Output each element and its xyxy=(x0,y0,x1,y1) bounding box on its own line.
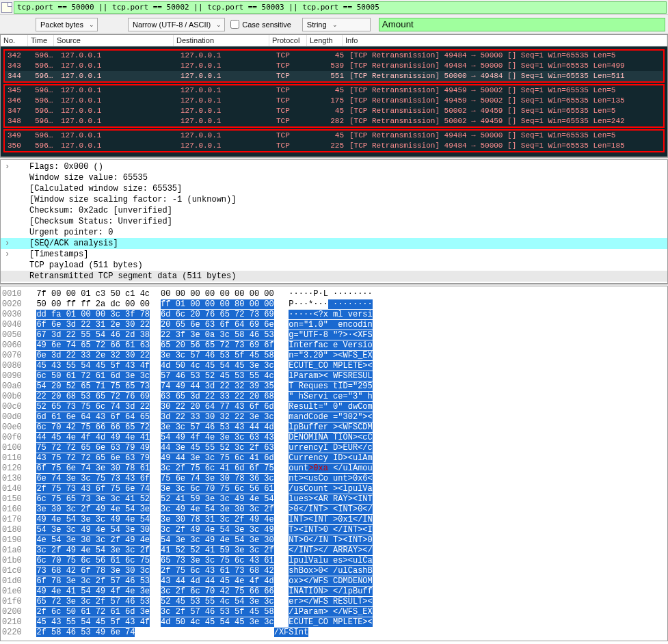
hex-row[interactable]: 01e0 49 4e 41 54 49 4f 4e 3e3c 2f 6c 70 … xyxy=(2,587,666,597)
packet-bytes-hex: 0010 7f 00 00 01 c3 50 c1 4c00 00 00 00 … xyxy=(0,286,668,641)
packet-row[interactable]: 346596…127.0.0.1127.0.0.1TCP175[TCP Retr… xyxy=(5,96,663,106)
filter-toolbar xyxy=(0,0,668,15)
hex-row[interactable]: 0120 6f 75 6e 74 3e 30 78 613c 2f 75 6c … xyxy=(2,464,666,474)
hex-row[interactable]: 0020 50 00 ff ff 2a dc 00 00ff 01 00 00 … xyxy=(2,299,666,310)
packet-row[interactable]: 347596…127.0.0.1127.0.0.1TCP45[TCP Retra… xyxy=(5,106,663,116)
find-toolbar: Packet bytes⌄ Narrow (UTF-8 / ASCII)⌄ Ca… xyxy=(0,15,668,34)
hex-row[interactable]: 00d0 6d 61 6e 64 43 6f 64 653d 22 33 30 … xyxy=(2,412,666,422)
tree-item[interactable]: [Checksum Status: Unverified] xyxy=(1,216,667,227)
hex-row[interactable]: 0130 6e 74 3e 3c 75 73 43 6f75 6e 74 3e … xyxy=(2,474,666,484)
search-in-combo[interactable]: Packet bytes⌄ xyxy=(36,18,98,31)
hex-row[interactable]: 0050 67 3d 22 55 54 46 2d 3822 3f 3e 0a … xyxy=(2,330,666,340)
hex-row[interactable]: 0090 6c 50 61 72 61 6d 3e 3c57 46 53 52 … xyxy=(2,371,666,381)
hex-row[interactable]: 0010 7f 00 00 01 c3 50 c1 4c00 00 00 00 … xyxy=(2,289,666,299)
hex-row[interactable]: 01f0 65 72 3e 3c 2f 57 46 5352 45 53 55 … xyxy=(2,597,666,607)
hex-row[interactable]: 0150 6c 75 65 73 3e 3c 41 5252 41 59 3e … xyxy=(2,494,666,505)
hex-row[interactable]: 0110 43 75 72 72 65 6e 63 7949 44 3e 3c … xyxy=(2,453,666,464)
packet-row[interactable]: 345596…127.0.0.1127.0.0.1TCP45[TCP Retra… xyxy=(5,85,663,96)
display-filter-input[interactable] xyxy=(14,1,667,14)
packet-row[interactable]: 343596…127.0.0.1127.0.0.1TCP539[TCP Retr… xyxy=(5,61,663,71)
hex-row[interactable]: 00f0 44 45 4e 4f 4d 49 4e 4154 49 4f 4e … xyxy=(2,433,666,443)
tree-item[interactable]: ›Flags: 0x000 () xyxy=(1,161,667,172)
hex-row[interactable]: 0140 2f 75 73 43 6f 75 6e 743e 3c 6c 70 … xyxy=(2,484,666,494)
col-proto[interactable]: Protocol xyxy=(269,35,307,46)
packet-details-tree: ›Flags: 0x000 ()Window size value: 65535… xyxy=(0,160,668,284)
hex-row[interactable]: 00e0 6c 70 42 75 66 66 65 723e 3c 57 46 … xyxy=(2,422,666,433)
hex-row[interactable]: 0030 dd fa 01 00 00 3c 3f 786d 6c 20 76 … xyxy=(2,310,666,320)
encoding-combo[interactable]: Narrow (UTF-8 / ASCII)⌄ xyxy=(128,18,225,31)
hex-row[interactable]: 0060 49 6e 74 65 72 66 61 6365 20 56 65 … xyxy=(2,340,666,351)
packet-list: No. Time Source Destination Protocol Len… xyxy=(0,34,668,157)
tree-item[interactable]: [Window size scaling factor: -1 (unknown… xyxy=(1,194,667,205)
packet-row[interactable]: 349596…127.0.0.1127.0.0.1TCP45[TCP Retra… xyxy=(5,131,663,141)
chevron-down-icon: ⌄ xyxy=(216,21,222,28)
hex-row[interactable]: 0040 6f 6e 3d 22 31 2e 30 2220 65 6e 63 … xyxy=(2,320,666,330)
tree-item[interactable]: Checksum: 0x2adc [unverified] xyxy=(1,205,667,216)
hex-row[interactable]: 01b0 6c 70 75 6c 56 61 6c 7565 73 3e 3c … xyxy=(2,556,666,566)
col-time[interactable]: Time xyxy=(28,35,54,46)
tree-item[interactable]: [Calculated window size: 65535] xyxy=(1,183,667,194)
hex-row[interactable]: 01d0 6f 78 3e 3c 2f 57 46 5343 44 4d 44 … xyxy=(2,576,666,587)
hex-row[interactable]: 0200 2f 6c 50 61 72 61 6d 3e3c 2f 57 46 … xyxy=(2,607,666,617)
expand-icon[interactable]: › xyxy=(5,162,14,172)
packet-row[interactable]: 342596…127.0.0.1127.0.0.1TCP45[TCP Retra… xyxy=(5,51,663,61)
hex-row[interactable]: 00a0 54 20 52 65 71 75 65 7374 49 44 3d … xyxy=(2,381,666,392)
packet-row[interactable]: 344596…127.0.0.1127.0.0.1TCP551[TCP Retr… xyxy=(5,71,663,81)
hex-row[interactable]: 01a0 3c 2f 49 4e 54 3e 3c 2f41 52 52 41 … xyxy=(2,546,666,556)
packet-row[interactable]: 350596…127.0.0.1127.0.0.1TCP225[TCP Retr… xyxy=(5,141,663,151)
hex-row[interactable]: 00b0 22 20 68 53 65 72 76 6963 65 3d 22 … xyxy=(2,392,666,402)
tree-item[interactable]: ›[Timestamps] xyxy=(1,249,667,260)
hex-row[interactable]: 01c0 73 68 42 6f 78 3e 30 3c2f 75 6c 43 … xyxy=(2,566,666,576)
expand-icon[interactable]: › xyxy=(5,239,14,248)
hex-row[interactable]: 0070 6e 3d 22 33 2e 32 30 223e 3c 57 46 … xyxy=(2,351,666,361)
hex-row[interactable]: 0170 49 4e 54 3e 3c 49 4e 543e 30 78 31 … xyxy=(2,515,666,525)
bookmark-icon[interactable] xyxy=(1,2,12,13)
tree-item[interactable]: Window size value: 65535 xyxy=(1,172,667,183)
chevron-down-icon: ⌄ xyxy=(89,21,94,28)
hex-row[interactable]: 0080 45 43 55 54 45 5f 43 4f4d 50 4c 45 … xyxy=(2,361,666,371)
col-len[interactable]: Length xyxy=(307,35,343,46)
hex-row[interactable]: 0210 45 43 55 54 45 5f 43 4f4d 50 4c 45 … xyxy=(2,617,666,628)
tree-item[interactable]: ›[SEQ/ACK analysis] xyxy=(1,238,667,249)
col-dst[interactable]: Destination xyxy=(174,35,269,46)
col-info[interactable]: Info xyxy=(343,35,667,46)
col-no[interactable]: No. xyxy=(1,35,28,46)
hex-row[interactable]: 0220 2f 58 46 53 49 6e 74 /XFSInt xyxy=(2,628,666,638)
hex-row[interactable]: 0100 75 72 72 65 6e 63 79 4944 3e 45 55 … xyxy=(2,443,666,453)
search-input[interactable] xyxy=(379,18,665,31)
case-sensitive-checkbox[interactable]: Case sensitive xyxy=(230,18,291,31)
hex-row[interactable]: 0160 3e 30 3c 2f 49 4e 54 3e3c 49 4e 54 … xyxy=(2,505,666,515)
hex-row[interactable]: 00c0 52 65 73 75 6c 74 3d 2230 22 20 64 … xyxy=(2,402,666,412)
hex-row[interactable]: 0180 54 3e 3c 49 4e 54 3e 303c 2f 49 4e … xyxy=(2,525,666,535)
packet-row[interactable]: 348596…127.0.0.1127.0.0.1TCP282[TCP Retr… xyxy=(5,116,663,126)
col-src[interactable]: Source xyxy=(54,35,174,46)
datatype-combo[interactable]: String⌄ xyxy=(302,18,371,31)
chevron-down-icon: ⌄ xyxy=(332,21,338,28)
hex-row[interactable]: 0190 4e 54 3e 30 3c 2f 49 4e54 3e 3c 49 … xyxy=(2,535,666,546)
packet-list-header[interactable]: No. Time Source Destination Protocol Len… xyxy=(1,35,667,46)
tree-item[interactable]: TCP payload (511 bytes) xyxy=(1,260,667,271)
tree-item[interactable]: Urgent pointer: 0 xyxy=(1,227,667,238)
tree-item[interactable]: Retransmitted TCP segment data (511 byte… xyxy=(1,271,667,282)
expand-icon[interactable]: › xyxy=(5,250,14,259)
